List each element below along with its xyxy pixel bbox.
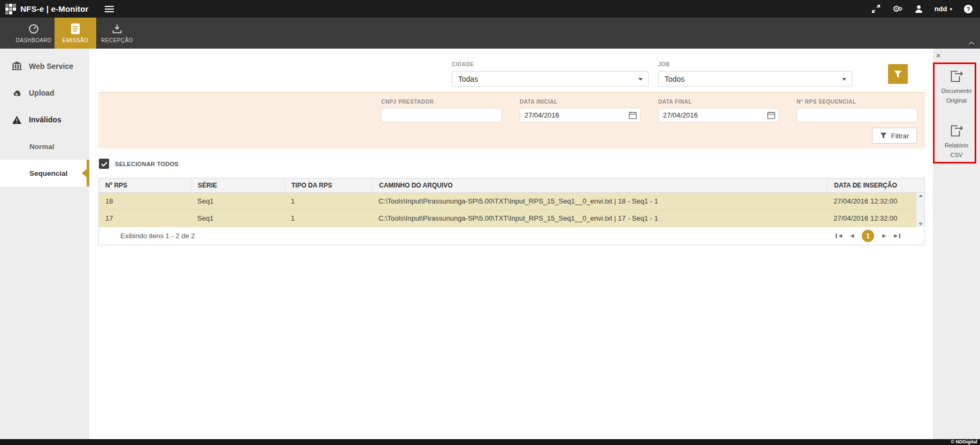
cidade-selected-value: Todas [458, 75, 478, 83]
topbar: NFS-e | e-Monitor ⚙⚙ ndd [0, 0, 980, 18]
sidebar-item-label: Normal [29, 143, 55, 151]
document-icon [71, 23, 80, 35]
scroll-up-icon[interactable] [919, 194, 923, 197]
select-all-label: SELECIONAR TODOS [115, 161, 179, 167]
export-csv-icon [950, 124, 964, 137]
help-icon[interactable]: ? [964, 5, 973, 13]
documento-original-button[interactable]: Documento Original [933, 70, 980, 105]
tab-label: RECEPÇÃO [101, 37, 133, 43]
data-inicial-label: DATA INICIAL [520, 99, 641, 105]
cell-num-rps: 17 [99, 210, 191, 227]
sidebar-item-label: Sequencial [29, 169, 67, 177]
main-area: Web Service Upload [0, 49, 980, 439]
table-header: Nº RPS SÉRIE TIPO DA RPS CAMINHO DO ARQU… [99, 178, 924, 193]
funnel-icon [894, 71, 902, 78]
chevron-down-icon [842, 78, 846, 81]
filter-toggle-button[interactable] [888, 64, 908, 84]
select-all-checkbox[interactable] [99, 159, 109, 169]
column-header-tipo[interactable]: TIPO DA RPS [284, 178, 372, 192]
next-page-button[interactable]: ▶ [882, 233, 886, 238]
table-row[interactable]: 18 Seq1 1 C:\Tools\Input\Pirassununga-SP… [99, 193, 916, 210]
documento-original-label-line2: Original [946, 97, 967, 104]
fullscreen-icon[interactable] [871, 4, 881, 13]
user-menu[interactable]: ndd ▾ [935, 5, 952, 13]
tab-emissao[interactable]: EMISSÃO [55, 18, 96, 49]
filter-fields: CNPJ PRESTADOR DATA INICIAL [98, 99, 917, 122]
funnel-icon [880, 132, 887, 139]
table-scrollbar[interactable] [916, 193, 924, 227]
data-final-input[interactable] [658, 108, 779, 122]
sidebar-item-upload[interactable]: Upload [0, 80, 89, 106]
export-panel: » Documento Original [933, 49, 980, 439]
cell-caminho: C:\Tools\Input\Pirassununga-SP\5.00\TXT\… [372, 193, 827, 209]
filtrar-button[interactable]: Filtrar [872, 128, 917, 144]
app-window: NFS-e | e-Monitor ⚙⚙ ndd [0, 0, 980, 445]
sidebar-item-sequencial[interactable]: Sequencial [0, 160, 89, 186]
previous-page-button[interactable]: ◀ [850, 233, 854, 238]
last-page-button[interactable]: ▶ [894, 233, 900, 238]
cidade-label: CIDADE [452, 61, 649, 67]
sidebar-item-web-service[interactable]: Web Service [0, 53, 89, 80]
table-body: 18 Seq1 1 C:\Tools\Input\Pirassununga-SP… [99, 193, 924, 227]
content: CIDADE Todas JOB Todos [89, 49, 933, 439]
gauge-icon [28, 23, 40, 35]
rps-sequencial-input[interactable] [797, 108, 917, 122]
job-selected-value: Todos [665, 75, 684, 83]
pagination: ◀ ◀ 1 ▶ ▶ [836, 227, 900, 245]
tab-label: EMISSÃO [63, 37, 88, 43]
job-select[interactable]: Todos [658, 71, 852, 87]
column-header-data-insercao[interactable]: DATA DE INSERÇÃO [827, 178, 916, 192]
calendar-icon[interactable] [767, 111, 775, 121]
cnpj-prestador-input[interactable] [381, 108, 502, 122]
cell-tipo: 1 [284, 193, 372, 209]
data-inicial-input[interactable] [520, 108, 641, 122]
data-inicial-field-group: DATA INICIAL [520, 99, 641, 122]
warning-triangle-icon [11, 115, 22, 124]
tab-label: DASHBOARD [16, 37, 52, 43]
bank-icon [11, 61, 22, 71]
relatorio-csv-button[interactable]: Relatório CSV [933, 124, 980, 160]
current-page-button[interactable]: 1 [862, 230, 874, 242]
rps-table: Nº RPS SÉRIE TIPO DA RPS CAMINHO DO ARQU… [98, 178, 925, 245]
export-document-icon [950, 70, 964, 83]
cnpj-label: CNPJ PRESTADOR [381, 99, 502, 105]
sidebar-item-normal[interactable]: Normal [0, 133, 89, 160]
job-select-group: JOB Todos [658, 61, 852, 87]
panel-collapse-icon[interactable]: » [936, 51, 940, 59]
job-label: JOB [658, 61, 852, 67]
cell-num-rps: 18 [99, 193, 191, 209]
rps-sequencial-field-group: N° RPS SEQUENCIAL [797, 99, 917, 122]
chevron-down-icon: ▾ [950, 6, 952, 12]
cidade-select[interactable]: Todas [452, 71, 649, 87]
relatorio-csv-label-line1: Relatório [945, 142, 968, 149]
column-header-num-rps[interactable]: Nº RPS [99, 178, 191, 192]
cell-tipo: 1 [284, 210, 372, 227]
sidebar-item-invalidos[interactable]: Inválidos [0, 106, 89, 133]
cidade-select-group: CIDADE Todas [452, 61, 649, 87]
cell-caminho: C:\Tools\Input\Pirassununga-SP\5.00\TXT\… [372, 210, 827, 227]
cell-serie: Seq1 [191, 193, 284, 209]
scrollbar-corner [916, 178, 924, 192]
cloud-upload-icon [11, 89, 22, 97]
column-header-caminho[interactable]: CAMINHO DO ARQUIVO [372, 178, 827, 192]
topbar-actions: ⚙⚙ ndd ▾ ? [871, 4, 973, 13]
column-header-serie[interactable]: SÉRIE [191, 178, 284, 192]
cnpj-field-group: CNPJ PRESTADOR [381, 99, 502, 122]
calendar-icon[interactable] [629, 111, 637, 121]
settings-gears-icon[interactable]: ⚙⚙ [892, 5, 902, 13]
toolbar-collapse-icon[interactable] [968, 37, 975, 47]
brand: NFS-e | e-Monitor [5, 4, 89, 14]
first-page-button[interactable]: ◀ [836, 233, 842, 238]
table-row[interactable]: 17 Seq1 1 C:\Tools\Input\Pirassununga-SP… [99, 210, 916, 227]
tab-recepcao[interactable]: RECEPÇÃO [96, 18, 138, 49]
tab-dashboard[interactable]: DASHBOARD [13, 18, 55, 49]
scroll-down-icon[interactable] [919, 223, 923, 225]
menu-toggle-icon[interactable] [105, 6, 114, 12]
user-name: ndd [935, 5, 947, 13]
relatorio-csv-label-line2: CSV [951, 152, 963, 158]
sidebar-item-label: Inválidos [29, 115, 61, 124]
inbox-download-icon [111, 23, 123, 35]
user-icon[interactable] [915, 5, 923, 13]
rps-sequencial-label: N° RPS SEQUENCIAL [797, 99, 917, 105]
filtrar-label: Filtrar [891, 132, 909, 140]
